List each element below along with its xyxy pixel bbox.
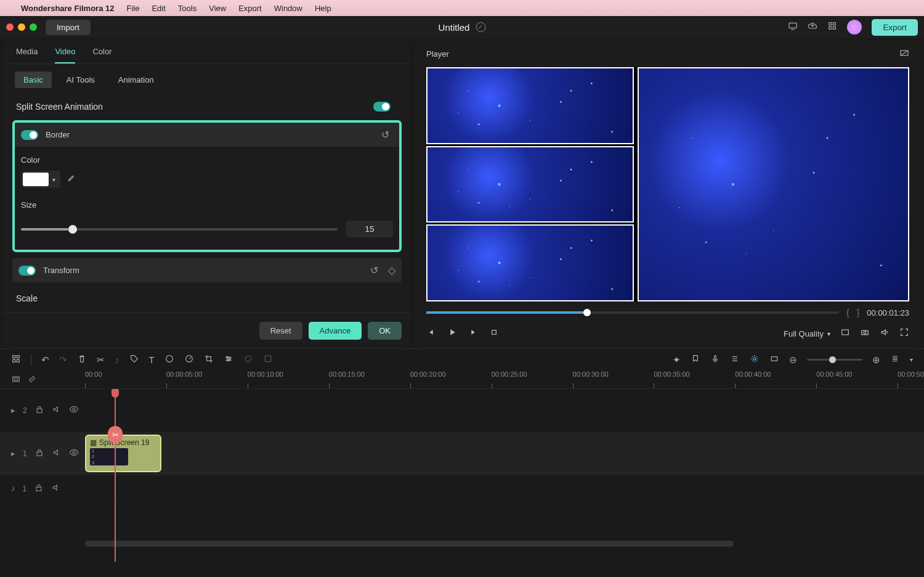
tab-video[interactable]: Video — [55, 47, 75, 63]
timeline-clip[interactable]: ▦ Split Screen 19 1 2 3 — [85, 435, 161, 472]
menu-export[interactable]: Export — [238, 4, 262, 13]
snapshot-icon[interactable] — [860, 327, 870, 340]
lock-icon[interactable] — [34, 448, 44, 459]
mark-in-icon[interactable]: { — [846, 308, 849, 317]
color-swatch-dropdown[interactable]: ▾ — [21, 171, 60, 188]
menu-file[interactable]: File — [126, 4, 139, 13]
transform-toggle[interactable] — [18, 266, 36, 276]
svg-rect-13 — [17, 359, 19, 362]
subtab-basic[interactable]: Basic — [15, 72, 52, 88]
player-compare-icon[interactable] — [899, 48, 909, 60]
cut-badge-icon[interactable]: ✂ — [108, 426, 123, 443]
redo-icon[interactable]: ↷ — [59, 354, 67, 366]
visibility-icon[interactable] — [69, 448, 79, 459]
stop-icon[interactable] — [489, 327, 499, 340]
border-toggle[interactable] — [21, 130, 38, 140]
visibility-icon[interactable] — [69, 404, 79, 416]
zoom-slider[interactable] — [807, 359, 862, 361]
speed-icon[interactable] — [184, 354, 194, 366]
track-height-icon[interactable] — [890, 354, 900, 366]
advance-button[interactable]: Advance — [309, 322, 362, 340]
tab-media[interactable]: Media — [16, 47, 38, 63]
mark-out-icon[interactable]: } — [857, 308, 860, 317]
menu-tools[interactable]: Tools — [178, 4, 197, 13]
cloud-upload-icon[interactable] — [808, 21, 817, 33]
zoom-in-icon[interactable]: ⊕ — [872, 354, 880, 366]
keyframe-icon[interactable]: ◇ — [388, 264, 395, 276]
transform-reset-icon[interactable]: ↺ — [370, 264, 378, 276]
reset-button[interactable]: Reset — [259, 322, 302, 340]
nest-icon[interactable] — [11, 374, 21, 386]
magnetic-icon[interactable] — [750, 354, 760, 366]
quality-dropdown[interactable]: Full Quality▾ — [784, 329, 830, 338]
adjust-icon[interactable] — [224, 354, 233, 366]
import-button[interactable]: Import — [46, 20, 91, 35]
preview-canvas[interactable] — [426, 67, 909, 301]
size-input[interactable] — [346, 221, 393, 237]
svg-point-19 — [245, 356, 251, 361]
video-track-2[interactable]: ▸ 2 — [0, 389, 924, 432]
display-icon[interactable] — [788, 21, 798, 33]
cut-icon[interactable]: ✂ — [97, 354, 105, 366]
zoom-out-icon[interactable]: ⊖ — [789, 354, 797, 366]
list-icon[interactable] — [730, 354, 740, 366]
tab-color[interactable]: Color — [92, 47, 111, 63]
lock-icon[interactable] — [34, 404, 44, 416]
menu-edit[interactable]: Edit — [152, 4, 165, 13]
color-picker-icon[interactable] — [67, 174, 76, 186]
zoom-window-icon[interactable] — [30, 23, 37, 31]
video-track-1[interactable]: ▸ 1 ▦ Split Screen 19 1 2 3 — [0, 432, 924, 475]
play-icon[interactable] — [447, 327, 457, 340]
color-icon[interactable] — [164, 354, 174, 366]
marker-icon[interactable] — [691, 354, 700, 366]
menu-window[interactable]: Window — [274, 4, 302, 13]
player-scrubber[interactable] — [426, 311, 839, 314]
fit-icon[interactable] — [769, 354, 779, 366]
border-reset-icon[interactable]: ↺ — [381, 129, 389, 141]
size-slider-knob[interactable] — [68, 225, 77, 234]
grid-icon[interactable] — [827, 21, 837, 33]
ok-button[interactable]: OK — [368, 322, 402, 340]
effects-icon[interactable] — [263, 354, 273, 366]
volume-icon[interactable] — [880, 327, 890, 340]
playhead-cap-icon[interactable] — [111, 389, 119, 398]
scrollbar-thumb[interactable] — [85, 541, 734, 547]
link-icon[interactable] — [27, 374, 37, 386]
mute-icon[interactable] — [52, 448, 62, 459]
split-screen-toggle[interactable] — [373, 102, 391, 112]
timeline-toolbar: ↶ ↷ ✂ ♪ T ✦ ⊖ ⊕ ▾ — [0, 348, 924, 370]
delete-icon[interactable] — [77, 354, 87, 366]
app-name-menu[interactable]: Wondershare Filmora 12 — [21, 4, 114, 13]
render-icon[interactable]: ✦ — [673, 354, 681, 366]
layout-icon[interactable] — [11, 354, 21, 366]
crop-icon[interactable] — [204, 354, 214, 366]
audio-track-1[interactable]: ♪ 1 — [0, 475, 924, 502]
player-scrub-knob[interactable] — [583, 309, 591, 316]
text-icon[interactable]: T — [149, 354, 155, 365]
subtab-animation[interactable]: Animation — [110, 72, 163, 88]
transition-icon[interactable] — [243, 354, 253, 366]
tag-icon[interactable] — [129, 354, 139, 366]
undo-icon[interactable]: ↶ — [41, 354, 49, 366]
subtab-ai-tools[interactable]: AI Tools — [58, 72, 103, 88]
close-window-icon[interactable] — [6, 23, 14, 31]
user-avatar-icon[interactable] — [847, 20, 862, 35]
music-icon[interactable]: ♪ — [115, 354, 120, 365]
mute-icon[interactable] — [51, 483, 61, 494]
lock-icon[interactable] — [34, 483, 44, 494]
next-frame-icon[interactable] — [468, 327, 478, 340]
timeline-ruler[interactable]: 00:00 00:00:05:00 00:00:10:00 00:00:15:0… — [0, 370, 924, 389]
prev-frame-icon[interactable] — [426, 327, 436, 340]
record-voice-icon[interactable] — [710, 354, 720, 366]
timeline-menu-icon[interactable]: ▾ — [910, 356, 913, 363]
timeline-scrollbar[interactable] — [0, 539, 924, 548]
timeline-playhead[interactable]: ✂ — [115, 389, 116, 562]
fullscreen-icon[interactable] — [899, 327, 909, 340]
export-button[interactable]: Export — [872, 19, 918, 36]
menu-view[interactable]: View — [209, 4, 226, 13]
minimize-window-icon[interactable] — [18, 23, 25, 31]
mute-icon[interactable] — [52, 404, 62, 416]
menu-help[interactable]: Help — [315, 4, 331, 13]
detach-player-icon[interactable] — [840, 327, 850, 340]
size-slider[interactable] — [21, 228, 338, 231]
